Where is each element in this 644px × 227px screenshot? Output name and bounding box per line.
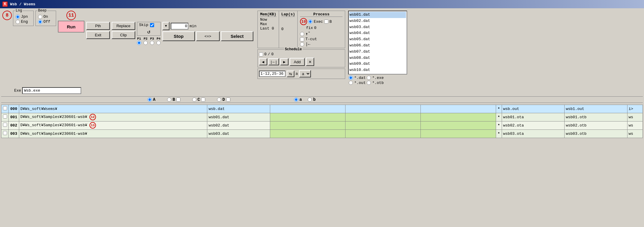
stop-button[interactable]: Stop bbox=[162, 31, 195, 41]
skip-group: Skip ↺ bbox=[137, 22, 161, 36]
p4-radio[interactable] bbox=[156, 41, 161, 45]
a-label: a bbox=[296, 72, 298, 76]
file-item-0[interactable]: wsb01.dat bbox=[349, 12, 406, 18]
file-item-1[interactable]: wsb02.dat bbox=[349, 18, 406, 24]
row-last: ws bbox=[627, 113, 643, 121]
row-checkbox[interactable] bbox=[3, 106, 7, 110]
abc-c-radio[interactable] bbox=[192, 98, 196, 102]
lng-jpn-label: Jpn bbox=[21, 14, 28, 19]
nav-left-button[interactable]: ◄ bbox=[259, 58, 267, 65]
file-item-2[interactable]: wsb03.dat bbox=[349, 24, 406, 30]
nav-right-button[interactable]: ► bbox=[280, 58, 288, 65]
p1-radio[interactable] bbox=[137, 41, 141, 45]
abc-d-group: D bbox=[217, 97, 230, 102]
exe-radio[interactable] bbox=[367, 76, 371, 80]
arrow-up-radio[interactable] bbox=[300, 32, 304, 36]
lng-jpn-radio[interactable] bbox=[16, 15, 20, 19]
table-row[interactable]: 002 D¥Ws_soft¥Samples¥230601-wsb¥ 13 wsb… bbox=[1, 121, 643, 129]
dropdown-arrow[interactable]: ▼ bbox=[162, 22, 169, 30]
table-row[interactable]: 003 D¥Ws_soft¥Samples¥230601-wsb¥ wsb03.… bbox=[1, 129, 643, 138]
min-input[interactable] bbox=[171, 23, 188, 30]
right-panel: wsb01.dat wsb02.dat wsb03.dat wsb04.dat … bbox=[348, 11, 407, 86]
row-last: ws bbox=[627, 121, 643, 129]
exe-input[interactable] bbox=[22, 87, 81, 94]
b-checkbox[interactable] bbox=[324, 20, 328, 24]
abc-b-check[interactable] bbox=[176, 98, 180, 102]
row-dat: wsb03.dat bbox=[207, 129, 270, 138]
abc-c-label: C bbox=[198, 97, 200, 102]
row-out1: wsb02.ota bbox=[502, 121, 564, 129]
schedule-title: Schedule bbox=[284, 47, 303, 51]
row-checkbox[interactable] bbox=[3, 114, 7, 119]
swap-button[interactable]: ⇆ bbox=[287, 71, 294, 77]
table-row[interactable]: 000 D¥Ws_soft¥Wsems¥ wsb.dat * wsb.out w… bbox=[1, 105, 643, 113]
abc-b-radio[interactable] bbox=[167, 98, 171, 102]
row-checkbox[interactable] bbox=[3, 131, 7, 135]
refresh-icon[interactable]: ↺ bbox=[147, 28, 151, 35]
row-out2: wsb02.otb bbox=[565, 121, 627, 129]
lng-jpn-row: Jpn bbox=[16, 14, 31, 19]
range-input[interactable] bbox=[259, 71, 286, 77]
table-row[interactable]: 001 D¥Ws_soft¥Samples¥230601-wsb¥ 12 wsb… bbox=[1, 113, 643, 121]
p3-radio[interactable] bbox=[150, 41, 154, 45]
row-checkbox[interactable] bbox=[3, 123, 7, 127]
dat-radio[interactable] bbox=[349, 76, 353, 80]
add-button[interactable]: Add bbox=[290, 58, 305, 66]
lng-label: Lng bbox=[15, 9, 23, 13]
abc-c-check[interactable] bbox=[201, 98, 205, 102]
lap-header: Lap(s) bbox=[281, 12, 295, 17]
beep-on-label: On bbox=[43, 14, 48, 19]
pth-button[interactable]: Pth bbox=[86, 22, 110, 30]
row-out1: wsb03.ota bbox=[502, 129, 564, 138]
row-checkbox-cell[interactable] bbox=[1, 113, 9, 121]
ab-a-group: a bbox=[294, 97, 302, 102]
file-item-5[interactable]: wsb06.dat bbox=[349, 43, 406, 49]
stop-radio[interactable] bbox=[300, 42, 304, 46]
row-path: D¥Ws_soft¥Samples¥230601-wsb¥ bbox=[19, 129, 207, 138]
ab-b-radio[interactable] bbox=[308, 98, 312, 102]
replace-button[interactable]: Replace bbox=[112, 22, 135, 30]
row-checkbox-cell[interactable] bbox=[1, 121, 9, 129]
row-col1 bbox=[270, 129, 345, 138]
ab-a-radio[interactable] bbox=[294, 98, 298, 102]
row-out1: wsb01.ota bbox=[502, 113, 564, 121]
out-radio[interactable] bbox=[349, 81, 353, 85]
beep-off-radio[interactable] bbox=[38, 20, 42, 24]
tcut-checkbox[interactable] bbox=[300, 37, 304, 41]
a-select[interactable]: a b c bbox=[299, 70, 311, 77]
out-filter: *.out bbox=[354, 81, 366, 85]
row-col1 bbox=[270, 113, 345, 121]
abc-d-check[interactable] bbox=[226, 98, 230, 102]
badge-11: 11 bbox=[66, 11, 76, 20]
lng-eng-radio[interactable] bbox=[16, 20, 20, 24]
beep-on-radio[interactable] bbox=[38, 15, 42, 19]
row-checkbox-cell[interactable] bbox=[1, 129, 9, 138]
otb-radio[interactable] bbox=[367, 81, 371, 85]
mem-header: Mem(KB) bbox=[260, 12, 276, 17]
file-item-8[interactable]: wsb09.dat bbox=[349, 61, 406, 67]
exec-radio[interactable] bbox=[308, 20, 312, 24]
lap-last-val: 0 bbox=[281, 27, 284, 31]
select-button[interactable]: Select bbox=[221, 31, 253, 41]
file-item-6[interactable]: wsb07.dat bbox=[349, 49, 406, 55]
abc-a-radio[interactable] bbox=[148, 98, 152, 102]
file-item-3[interactable]: wsb04.dat bbox=[349, 30, 406, 36]
skip-checkbox[interactable] bbox=[150, 23, 154, 27]
abc-b-group: B bbox=[167, 97, 180, 102]
run-button[interactable]: Run bbox=[58, 21, 84, 33]
x-button[interactable]: ✕ bbox=[306, 58, 314, 66]
exit-button[interactable]: Exit bbox=[86, 31, 110, 39]
file-item-9[interactable]: wsb10.dat bbox=[349, 67, 406, 73]
abc-d-radio[interactable] bbox=[217, 98, 221, 102]
p2-radio[interactable] bbox=[144, 41, 148, 45]
row-checkbox-cell[interactable] bbox=[1, 105, 9, 113]
nav-center-button[interactable]: |←| bbox=[268, 58, 279, 65]
arrow-button[interactable]: <=> bbox=[196, 31, 220, 41]
clip-button[interactable]: Clip bbox=[112, 31, 135, 39]
row-out2: wsb1.out bbox=[565, 105, 627, 113]
row-path: D¥Ws_soft¥Wsems¥ bbox=[19, 105, 207, 113]
skip-row: Skip bbox=[139, 23, 159, 27]
file-item-4[interactable]: wsb05.dat bbox=[349, 36, 406, 43]
schedule-checkbox[interactable] bbox=[259, 52, 263, 56]
file-item-7[interactable]: wsb08.dat bbox=[349, 55, 406, 61]
